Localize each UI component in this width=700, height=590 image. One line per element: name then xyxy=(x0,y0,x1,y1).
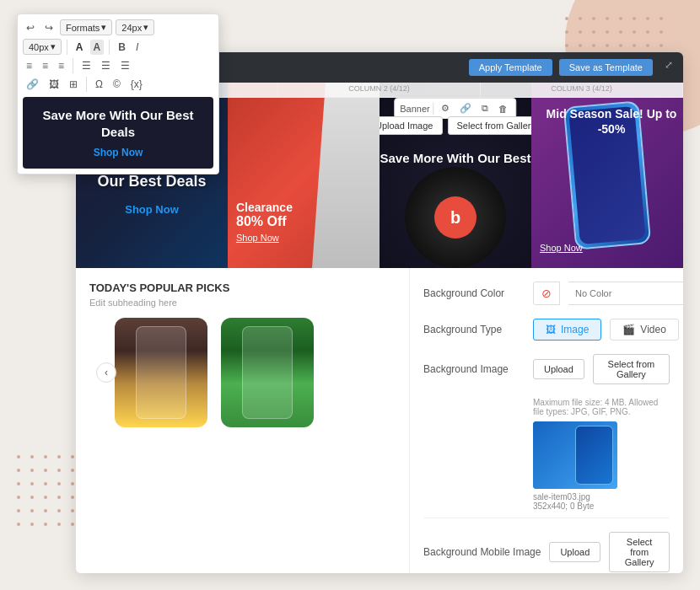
no-color-icon: ⊘ xyxy=(541,287,552,300)
toolbar-row-1: ↩ ↪ Formats ▾ 24px ▾ xyxy=(23,19,213,35)
toolbar-row-4: 🔗 🖼 ⊞ Ω © {x} xyxy=(23,77,213,92)
bg-image-section: Background Image Upload Select from Gall… xyxy=(423,354,670,511)
toolbar-separator-2 xyxy=(109,40,110,55)
image-thumbnail xyxy=(533,421,617,489)
bg-image-label: Background Image xyxy=(423,363,525,375)
product-carousel: ‹ xyxy=(89,318,396,427)
list-unordered-button[interactable]: ☰ xyxy=(78,58,94,73)
panel-divider-1 xyxy=(423,518,670,518)
mobile-image-label: Background Mobile Image xyxy=(423,546,541,558)
toolbar-separator-4 xyxy=(86,77,87,92)
bg-type-label: Background Type xyxy=(423,324,525,335)
upload-image-button[interactable]: Upload Image xyxy=(380,116,442,135)
toolbar-separator-1 xyxy=(67,40,67,55)
list-ordered-button[interactable]: ☰ xyxy=(98,58,114,73)
undo-button[interactable]: ↩ xyxy=(23,20,38,35)
image-button[interactable]: 🖼 xyxy=(46,77,62,92)
color-text-field[interactable] xyxy=(568,282,683,305)
banner-toolbar-sep-1 xyxy=(433,103,434,115)
image-icon: 🖼 xyxy=(546,324,556,335)
banner-column-2[interactable]: Clearance 80% Off Shop Now xyxy=(228,83,380,268)
popular-picks-subtitle: Edit subheading here xyxy=(89,298,396,308)
product-1-body xyxy=(136,326,186,419)
indent-button[interactable]: ☰ xyxy=(117,58,133,73)
italic-button[interactable]: I xyxy=(132,40,142,55)
editor-toolbar-panel: ↩ ↪ Formats ▾ 24px ▾ 40px ▾ A A B I ≡ ≡ … xyxy=(17,13,219,174)
mobile-gallery-button[interactable]: Select from Gallery xyxy=(609,532,670,572)
align-center-button[interactable]: ≡ xyxy=(39,58,51,73)
product-item-2[interactable] xyxy=(221,318,314,427)
bg-upload-button[interactable]: Upload xyxy=(533,359,584,379)
col-label-2: COLUMN 2 (4/12) xyxy=(278,83,481,98)
bg-color-label: Background Color xyxy=(423,287,525,299)
omega-button[interactable]: Ω xyxy=(92,77,106,92)
bg-type-row: Background Type 🖼 Image 🎬 Video xyxy=(423,319,670,341)
product-item-1[interactable] xyxy=(115,318,207,427)
banner-2-content: Clearance 80% Off Shop Now xyxy=(236,201,293,243)
beats-circle: b xyxy=(405,167,506,268)
carousel-prev-button[interactable]: ‹ xyxy=(96,362,116,383)
col-label-3: COLUMN 3 (4/12) xyxy=(481,83,683,98)
mobile-image-row: Background Mobile Image Upload Select fr… xyxy=(423,532,670,572)
topbar-action-buttons: Apply Template Save as Template ⤢ xyxy=(469,59,673,76)
mobile-image-section: Background Mobile Image Upload Select fr… xyxy=(423,532,670,573)
type-image-button[interactable]: 🖼 Image xyxy=(533,319,601,341)
content-area: TODAY'S POPULAR PICKS Edit subheading he… xyxy=(76,268,410,573)
image-filename: sale-item03.jpg 352x440; 0 Byte xyxy=(533,492,670,511)
toolbar-row-3: ≡ ≡ ≡ ☰ ☰ ☰ xyxy=(23,58,213,73)
chevron-down-icon: ▾ xyxy=(101,22,106,33)
product-2-body xyxy=(242,326,293,419)
banner-3-title: Mid Season Sale! Up to -50% xyxy=(540,106,683,137)
save-template-button[interactable]: Save as Template xyxy=(559,59,653,76)
banner-delete-button[interactable]: 🗑 xyxy=(495,102,511,115)
mobile-upload-button[interactable]: Upload xyxy=(549,542,600,562)
banner-column-mid[interactable]: Banner ⚙ 🔗 ⧉ 🗑 Upload Image Select from … xyxy=(380,83,531,268)
align-left-button[interactable]: ≡ xyxy=(23,58,35,73)
banner-2-subtitle: 80% Off xyxy=(236,214,293,229)
formats-dropdown[interactable]: Formats ▾ xyxy=(60,19,112,35)
bold-button[interactable]: B xyxy=(115,40,129,55)
banner-3-shop-btn[interactable]: Shop Now xyxy=(540,243,583,253)
banner-link-button[interactable]: 🔗 xyxy=(456,101,475,115)
bg-image-note: Maximum file size: 4 MB. Allowed file ty… xyxy=(533,398,670,416)
type-video-button[interactable]: 🎬 Video xyxy=(610,319,678,341)
font-color-button[interactable]: A xyxy=(73,40,87,55)
font-highlight-button[interactable]: A xyxy=(90,40,105,55)
beats-logo: b xyxy=(434,196,477,239)
banner-column-3[interactable]: Mid Season Sale! Up to -50% Shop Now xyxy=(531,83,683,268)
select-gallery-button[interactable]: Select from Gallery xyxy=(447,116,531,135)
phone-thumb xyxy=(575,426,613,485)
banner-2-title: Clearance xyxy=(236,201,293,214)
align-right-button[interactable]: ≡ xyxy=(55,58,67,73)
font-size-dropdown[interactable]: 24px ▾ xyxy=(116,19,154,35)
banner-1-shop-btn[interactable]: Shop Now xyxy=(88,203,216,216)
apply-template-button[interactable]: Apply Template xyxy=(469,59,552,76)
popular-picks-title: TODAY'S POPULAR PICKS xyxy=(89,282,396,294)
product-list xyxy=(115,318,396,427)
bg-gallery-button[interactable]: Select from Gallery xyxy=(593,354,670,384)
bg-color-row: Background Color ⊘ xyxy=(423,282,670,305)
upload-buttons-row: Upload Image Select from Gallery xyxy=(380,116,531,135)
color-preview-box[interactable]: ⊘ xyxy=(533,282,560,305)
emoji-button[interactable]: © xyxy=(110,77,124,92)
redo-button[interactable]: ↪ xyxy=(41,20,57,35)
chevron-down-icon: ▾ xyxy=(51,41,56,52)
toolbar-shop-now[interactable]: Shop Now xyxy=(31,147,205,158)
link-button[interactable]: 🔗 xyxy=(23,77,42,92)
banner-settings-button[interactable]: ⚙ xyxy=(438,101,453,115)
right-settings-panel: Background Color ⊘ Background Type 🖼 Ima… xyxy=(410,268,683,573)
banner-2-shop-btn[interactable]: Shop Now xyxy=(236,233,293,243)
banner-label: Banner xyxy=(400,104,429,114)
expand-icon[interactable]: ⤢ xyxy=(665,59,673,76)
bg-image-row: Background Image Upload Select from Gall… xyxy=(423,354,670,384)
chevron-down-icon: ▾ xyxy=(143,22,148,33)
toolbar-row-2: 40px ▾ A A B I xyxy=(23,39,213,55)
toolbar-banner-preview: Save More With Our Best Deals Shop Now xyxy=(23,97,213,169)
toolbar-separator-3 xyxy=(73,58,73,73)
font-size-small-dropdown[interactable]: 40px ▾ xyxy=(23,39,62,55)
code-button[interactable]: {x} xyxy=(127,77,146,92)
video-icon: 🎬 xyxy=(622,324,635,335)
toolbar-banner-title: Save More With Our Best Deals xyxy=(31,107,205,140)
grid-button[interactable]: ⊞ xyxy=(66,77,81,92)
banner-copy-button[interactable]: ⧉ xyxy=(478,101,492,115)
